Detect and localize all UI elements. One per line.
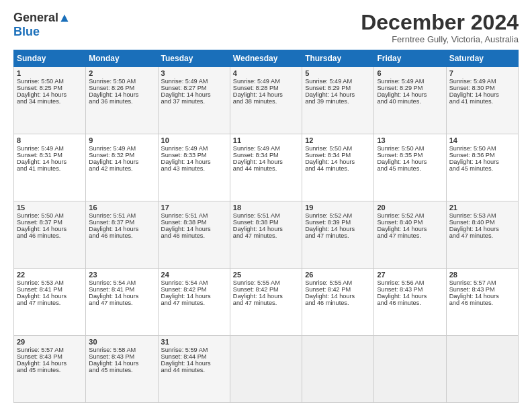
daylight: Daylight: 14 hours: [377, 91, 427, 98]
list-item: 23Sunrise: 5:54 AMSunset: 8:41 PMDayligh…: [86, 269, 158, 336]
list-item: 9Sunrise: 5:49 AMSunset: 8:32 PMDaylight…: [86, 134, 158, 201]
day-number: 30: [89, 338, 154, 346]
list-item: [230, 336, 302, 403]
daylight: Daylight: 14 hours: [89, 360, 138, 367]
title-section: December 2024 Ferntree Gully, Victoria, …: [361, 11, 519, 44]
daylight-minutes: and 37 minutes.: [161, 98, 205, 105]
daylight-minutes: and 36 minutes.: [89, 98, 132, 105]
day-number: 26: [305, 271, 371, 279]
sunset: Sunset: 8:33 PM: [161, 152, 207, 158]
daylight: Daylight: 14 hours: [161, 226, 211, 232]
logo-general: General: [13, 11, 58, 25]
list-item: 27Sunrise: 5:56 AMSunset: 8:43 PMDayligh…: [374, 269, 446, 336]
day-number: 25: [233, 271, 299, 279]
day-number: 6: [377, 69, 443, 77]
daylight-minutes: and 41 minutes.: [449, 98, 493, 105]
day-number: 2: [89, 69, 154, 77]
daylight-minutes: and 47 minutes.: [377, 232, 420, 239]
daylight: Daylight: 14 hours: [17, 158, 66, 165]
list-item: 22Sunrise: 5:53 AMSunset: 8:41 PMDayligh…: [14, 269, 86, 336]
sunset: Sunset: 8:39 PM: [305, 219, 351, 226]
sunrise: Sunrise: 5:57 AM: [449, 279, 496, 286]
daylight-minutes: and 46 minutes.: [377, 300, 420, 306]
daylight-minutes: and 34 minutes.: [17, 98, 60, 105]
sunset: Sunset: 8:25 PM: [17, 85, 62, 91]
list-item: 7Sunrise: 5:49 AMSunset: 8:30 PMDaylight…: [446, 67, 518, 134]
list-item: 21Sunrise: 5:53 AMSunset: 8:40 PMDayligh…: [446, 201, 518, 269]
sunset: Sunset: 8:40 PM: [377, 219, 423, 226]
col-monday: Monday: [86, 50, 158, 67]
list-item: 8Sunrise: 5:49 AMSunset: 8:31 PMDaylight…: [14, 134, 86, 201]
day-number: 19: [305, 203, 371, 212]
sunset: Sunset: 8:26 PM: [89, 85, 134, 91]
sunset: Sunset: 8:43 PM: [89, 353, 134, 360]
day-number: 27: [377, 271, 443, 279]
sunrise: Sunrise: 5:50 AM: [89, 78, 136, 85]
day-number: 11: [233, 136, 299, 144]
sunrise: Sunrise: 5:57 AM: [17, 347, 64, 353]
daylight-minutes: and 46 minutes.: [305, 300, 349, 306]
daylight: Daylight: 14 hours: [305, 158, 355, 165]
day-number: 1: [17, 69, 83, 77]
day-number: 21: [449, 203, 515, 212]
daylight-minutes: and 45 minutes.: [89, 367, 132, 373]
list-item: 3Sunrise: 5:49 AMSunset: 8:27 PMDaylight…: [158, 67, 230, 134]
daylight-minutes: and 40 minutes.: [377, 98, 420, 105]
sunrise: Sunrise: 5:50 AM: [17, 78, 64, 85]
list-item: 31Sunrise: 5:59 AMSunset: 8:44 PMDayligh…: [158, 336, 230, 403]
daylight: Daylight: 14 hours: [17, 293, 66, 300]
sunset: Sunset: 8:31 PM: [17, 152, 62, 158]
daylight-minutes: and 46 minutes.: [449, 300, 493, 306]
sunset: Sunset: 8:34 PM: [233, 152, 279, 158]
daylight-minutes: and 47 minutes.: [89, 300, 132, 306]
day-number: 15: [17, 203, 83, 212]
list-item: 28Sunrise: 5:57 AMSunset: 8:43 PMDayligh…: [446, 269, 518, 336]
sunset: Sunset: 8:29 PM: [305, 85, 351, 91]
daylight: Daylight: 14 hours: [449, 226, 499, 232]
day-number: 10: [161, 136, 227, 144]
sunrise: Sunrise: 5:51 AM: [89, 212, 136, 219]
col-thursday: Thursday: [302, 50, 374, 67]
sunrise: Sunrise: 5:54 AM: [161, 279, 208, 286]
daylight: Daylight: 14 hours: [233, 158, 283, 165]
list-item: 19Sunrise: 5:52 AMSunset: 8:39 PMDayligh…: [302, 201, 374, 269]
logo-icon: [60, 13, 69, 23]
sunrise: Sunrise: 5:55 AM: [233, 279, 280, 286]
sunset: Sunset: 8:37 PM: [89, 219, 134, 226]
daylight-minutes: and 38 minutes.: [233, 98, 277, 105]
daylight-minutes: and 45 minutes.: [17, 367, 60, 373]
sunset: Sunset: 8:32 PM: [89, 152, 134, 158]
daylight: Daylight: 14 hours: [233, 91, 283, 98]
list-item: 16Sunrise: 5:51 AMSunset: 8:37 PMDayligh…: [86, 201, 158, 269]
list-item: 18Sunrise: 5:51 AMSunset: 8:38 PMDayligh…: [230, 201, 302, 269]
daylight-minutes: and 47 minutes.: [161, 300, 205, 306]
col-sunday: Sunday: [14, 50, 86, 67]
sunrise: Sunrise: 5:52 AM: [377, 212, 424, 219]
daylight-minutes: and 45 minutes.: [377, 165, 420, 172]
col-saturday: Saturday: [446, 50, 518, 67]
list-item: 4Sunrise: 5:49 AMSunset: 8:28 PMDaylight…: [230, 67, 302, 134]
day-number: 14: [449, 136, 515, 144]
month-title: December 2024: [361, 11, 519, 34]
sunrise: Sunrise: 5:51 AM: [161, 212, 208, 219]
list-item: 15Sunrise: 5:50 AMSunset: 8:37 PMDayligh…: [14, 201, 86, 269]
sunset: Sunset: 8:41 PM: [17, 286, 62, 293]
list-item: 1Sunrise: 5:50 AMSunset: 8:25 PMDaylight…: [14, 67, 86, 134]
daylight: Daylight: 14 hours: [305, 91, 355, 98]
header: General Blue December 2024 Ferntree Gull…: [13, 11, 519, 44]
col-friday: Friday: [374, 50, 446, 67]
sunset: Sunset: 8:30 PM: [449, 85, 495, 91]
list-item: 24Sunrise: 5:54 AMSunset: 8:42 PMDayligh…: [158, 269, 230, 336]
daylight: Daylight: 14 hours: [233, 226, 283, 232]
day-number: 16: [89, 203, 154, 212]
sunset: Sunset: 8:34 PM: [305, 152, 351, 158]
sunrise: Sunrise: 5:50 AM: [377, 145, 424, 152]
sunset: Sunset: 8:27 PM: [161, 85, 207, 91]
list-item: [446, 336, 518, 403]
daylight: Daylight: 14 hours: [161, 91, 211, 98]
sunrise: Sunrise: 5:49 AM: [17, 145, 64, 152]
day-number: 20: [377, 203, 443, 212]
day-number: 22: [17, 271, 83, 279]
daylight: Daylight: 14 hours: [305, 226, 355, 232]
list-item: 30Sunrise: 5:58 AMSunset: 8:43 PMDayligh…: [86, 336, 158, 403]
